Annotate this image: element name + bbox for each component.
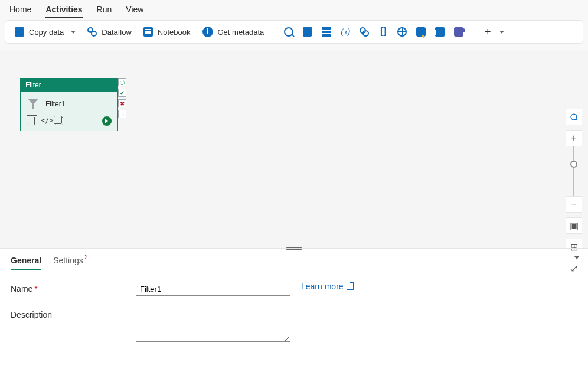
globe-button[interactable] — [394, 25, 410, 39]
notebook-icon — [143, 27, 153, 37]
learn-more-link[interactable]: Learn more — [301, 282, 354, 291]
chat-icon — [416, 27, 426, 37]
variable-icon: (𝑥) — [341, 27, 350, 37]
zoom-in-button[interactable]: + — [566, 130, 582, 146]
toolbar-separator — [473, 25, 473, 38]
filter-icon — [27, 97, 40, 110]
chevron-down-icon — [499, 31, 504, 34]
tab-settings-label: Settings — [53, 256, 83, 265]
learn-more-label: Learn more — [301, 282, 344, 291]
handle-skip[interactable]: → — [118, 110, 126, 118]
name-label: Name* — [11, 282, 129, 294]
teams-button[interactable] — [450, 25, 467, 39]
canvas-search-button[interactable] — [566, 109, 582, 125]
teams-icon — [454, 27, 463, 37]
handle-success[interactable]: ✔ — [118, 89, 126, 97]
zoom-out-button[interactable]: − — [566, 196, 582, 213]
activity-node-filter[interactable]: Filter Filter1 </> — [20, 78, 118, 131]
handle-failure[interactable]: ✖ — [118, 99, 126, 107]
dataflow-icon — [87, 27, 97, 37]
dataflow-button[interactable]: Dataflow — [83, 25, 136, 39]
toolbar-container: Copy data Dataflow Notebook Get metadata… — [0, 18, 588, 50]
variable-button[interactable]: (𝑥) — [337, 25, 354, 39]
description-input[interactable] — [136, 308, 290, 342]
chevron-down-icon — [71, 31, 76, 34]
name-input[interactable] — [136, 282, 290, 296]
activity-output-handles: ⭯ ✔ ✖ → — [118, 78, 128, 118]
properties-tabs: General Settings 2 — [11, 249, 577, 270]
list-button[interactable] — [318, 25, 335, 39]
zoom-slider-thumb[interactable] — [570, 161, 577, 168]
delete-activity-button[interactable] — [27, 117, 35, 125]
collapse-pane-button[interactable] — [574, 256, 580, 259]
plus-icon: + — [483, 27, 492, 37]
tab-settings-badge: 2 — [84, 254, 88, 260]
run-activity-button[interactable] — [102, 116, 112, 126]
activity-name-label: Filter1 — [45, 100, 65, 108]
properties-pane: General Settings 2 Name* Learn more Desc… — [0, 248, 588, 373]
copy-data-icon — [15, 27, 24, 37]
fit-screen-button[interactable]: ▣ — [566, 217, 582, 234]
get-metadata-label: Get metadata — [218, 28, 264, 37]
tab-home[interactable]: Home — [9, 5, 31, 18]
notebook-label: Notebook — [158, 28, 191, 37]
link-icon — [360, 27, 369, 37]
list-icon — [322, 27, 331, 37]
required-indicator: * — [34, 284, 37, 294]
globe-icon — [397, 27, 407, 37]
search-icon — [284, 27, 293, 37]
description-label: Description — [11, 308, 129, 319]
notebook-button[interactable]: Notebook — [139, 25, 195, 39]
activity-type-label: Filter — [21, 79, 117, 92]
copy-data-button[interactable]: Copy data — [10, 25, 80, 39]
name-label-text: Name — [11, 284, 32, 294]
link-button[interactable] — [356, 25, 373, 39]
pipeline-canvas[interactable]: Filter Filter1 </> ⭯ ✔ ✖ → + − ▣ ⊞ ⤢ — [0, 50, 588, 248]
top-tabs: Home Activities Run View — [0, 0, 588, 18]
chat-button[interactable] — [413, 25, 429, 39]
info-icon — [202, 27, 213, 37]
handle-add[interactable]: ⭯ — [118, 78, 126, 86]
brackets-icon: [] — [378, 27, 388, 37]
tab-activities[interactable]: Activities — [45, 5, 82, 18]
get-metadata-button[interactable]: Get metadata — [198, 24, 269, 40]
tab-view[interactable]: View — [126, 5, 143, 18]
script-icon — [303, 27, 312, 37]
dataflow-label: Dataflow — [102, 28, 132, 37]
script-button[interactable] — [299, 25, 316, 39]
brackets-button[interactable]: [] — [375, 25, 391, 39]
tab-run[interactable]: Run — [97, 5, 112, 18]
toolbar: Copy data Dataflow Notebook Get metadata… — [5, 20, 583, 44]
add-activity-button[interactable]: + — [479, 25, 508, 39]
external-link-icon — [347, 283, 354, 290]
zoom-slider-track[interactable] — [573, 146, 574, 196]
tab-settings[interactable]: Settings 2 — [53, 256, 83, 270]
copy-data-label: Copy data — [29, 28, 64, 37]
copy-activity-button[interactable] — [55, 117, 63, 125]
tab-general[interactable]: General — [11, 256, 41, 270]
search-icon — [570, 113, 577, 120]
outlook-button[interactable] — [432, 25, 448, 39]
view-code-button[interactable]: </> — [41, 117, 49, 125]
outlook-icon — [435, 27, 445, 37]
search-button[interactable] — [280, 25, 297, 39]
